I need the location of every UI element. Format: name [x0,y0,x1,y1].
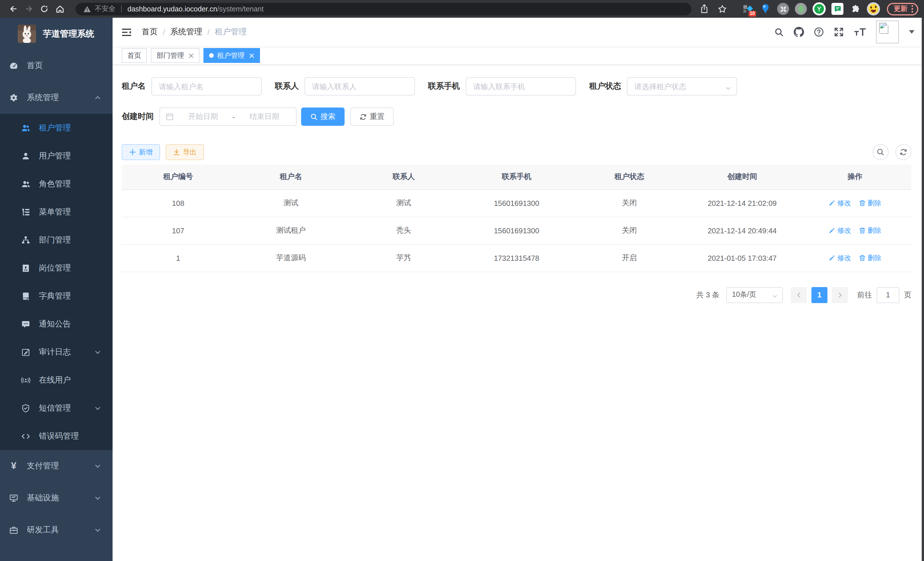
window-scrollbar-edge[interactable] [922,18,924,561]
sidebar-item-audit-log[interactable]: 审计日志 [0,338,112,366]
filter-status: 租户状态 [589,77,737,96]
refresh-icon[interactable] [896,144,911,160]
not-secure-warning-icon[interactable] [83,5,91,12]
sidebar-item-label: 支付管理 [27,461,59,471]
sidebar-item-home[interactable]: 首页 [0,50,112,82]
date-end-placeholder[interactable]: 结束日期 [238,111,290,122]
url-path[interactable]: /system/tenant [217,5,264,13]
edit-link[interactable]: 修改 [829,198,851,208]
sidebar-item-label: 菜单管理 [39,207,71,217]
breadcrumb-system[interactable]: 系统管理 [170,27,202,37]
cell-mobile: 15601691300 [460,189,573,217]
app-title: 芋道管理系统 [43,28,94,39]
tenant-name-input[interactable] [152,77,262,96]
col-tenant-id: 租户编号 [122,165,235,189]
edit-link[interactable]: 修改 [829,226,851,235]
browser-back-button[interactable] [6,1,21,17]
browser-update-button[interactable]: 更新 [887,3,918,15]
sidebar-item-notice[interactable]: 通知公告 [0,310,112,338]
roles-icon [21,179,30,188]
cell-status: 关闭 [573,217,686,244]
sidebar-item-depts[interactable]: 部门管理 [0,226,112,254]
sidebar-item-label: 通知公告 [39,319,71,329]
app-logo[interactable]: 芋道管理系统 [0,18,112,50]
sidebar-item-sms[interactable]: 短信管理 [0,394,112,422]
close-icon[interactable] [189,53,194,58]
extension-recorder-icon[interactable] [795,3,807,15]
next-page-button[interactable] [832,287,848,303]
extension-tag-manager-icon[interactable]: 10 [742,3,754,15]
font-size-icon[interactable] [854,27,866,37]
extension-y-logo-icon[interactable] [813,2,826,15]
address-bar[interactable]: 不安全 dashboard.yudao.iocoder.cn /system/t… [75,3,692,15]
search-button-label: 搜索 [321,111,335,122]
search-button[interactable]: 搜索 [301,108,345,126]
sidebar-item-devtools[interactable]: 研发工具 [0,514,112,546]
sidebar-item-roles[interactable]: 角色管理 [0,170,112,198]
extension-chat-icon[interactable] [831,3,843,15]
tab-home[interactable]: 首页 [122,48,147,63]
url-host[interactable]: dashboard.yudao.iocoder.cn [128,5,217,13]
edit-label: 修改 [837,198,851,208]
date-range-picker[interactable]: 开始日期 - 结束日期 [159,108,297,126]
sidebar-item-label: 角色管理 [39,179,71,189]
profile-avatar-emoji[interactable] [867,2,880,15]
edit-link[interactable]: 修改 [829,253,851,263]
browser-home-button[interactable] [52,1,68,17]
breadcrumb-home[interactable]: 首页 [142,27,158,37]
table-header-row: 租户编号 租户名 联系人 联系手机 租户状态 创建时间 操作 [122,165,911,189]
fullscreen-icon[interactable] [834,27,844,37]
bookmark-star-icon[interactable] [716,3,728,15]
sidebar-item-infra[interactable]: 基础设施 [0,482,112,514]
sidebar-item-users[interactable]: 用户管理 [0,142,112,170]
sidebar-item-menus[interactable]: 菜单管理 [0,198,112,226]
page-size-select[interactable]: 10条/页 [726,287,783,303]
gear-icon [9,93,18,102]
contact-input[interactable] [304,77,415,96]
sidebar-item-dict[interactable]: 字典管理 [0,282,112,310]
prev-page-button[interactable] [791,287,807,303]
status-select-input[interactable] [627,77,737,96]
delete-link[interactable]: 删除 [859,198,881,208]
pay-yen-icon: ¥ [9,462,18,471]
browser-menu-dots-icon[interactable] [911,5,913,13]
security-label[interactable]: 不安全 [95,4,116,14]
sidebar-item-label: 基础设施 [27,493,59,503]
sidebar-item-error-code[interactable]: 错误码管理 [0,422,112,450]
sidebar-item-tenant[interactable]: 租户管理 [0,114,112,142]
close-icon[interactable] [249,53,254,58]
delete-link[interactable]: 删除 [859,253,881,263]
sidebar-item-posts[interactable]: 岗位管理 [0,254,112,282]
reset-button-label: 重置 [370,111,385,122]
share-icon[interactable] [698,3,710,15]
extension-command-icon[interactable] [777,3,789,15]
browser-reload-button[interactable] [37,1,52,17]
github-icon[interactable] [794,27,804,37]
active-dot [209,53,214,58]
tab-tenant[interactable]: 租户管理 [203,48,260,63]
browser-forward-button[interactable] [21,1,37,17]
status-select[interactable] [627,77,737,96]
extension-pin-icon[interactable] [759,3,771,15]
sidebar-item-online-users[interactable]: 在线用户 [0,366,112,394]
cell-tenant-name: 芋道源码 [235,244,347,272]
help-icon[interactable] [814,27,824,37]
page-number-current[interactable]: 1 [812,287,827,303]
export-button[interactable]: 导出 [166,144,204,160]
goto-page-input[interactable] [877,287,899,303]
user-menu-caret-icon[interactable] [909,30,915,34]
date-start-placeholder[interactable]: 开始日期 [177,111,229,122]
sidebar-item-pay[interactable]: ¥ 支付管理 [0,450,112,482]
sidebar-item-system[interactable]: 系统管理 [0,82,112,114]
filter-create-time: 创建时间 开始日期 - 结束日期 [122,108,297,126]
mobile-input[interactable] [466,77,576,96]
toggle-search-icon[interactable] [873,144,889,160]
user-avatar-broken-image[interactable] [876,21,899,44]
extensions-puzzle-icon[interactable] [849,3,861,15]
search-icon[interactable] [774,27,784,37]
add-button[interactable]: 新增 [122,144,160,160]
tab-dept[interactable]: 部门管理 [151,48,200,63]
reset-button[interactable]: 重置 [350,108,394,126]
delete-link[interactable]: 删除 [859,226,881,235]
sidebar-collapse-icon[interactable] [122,28,131,36]
